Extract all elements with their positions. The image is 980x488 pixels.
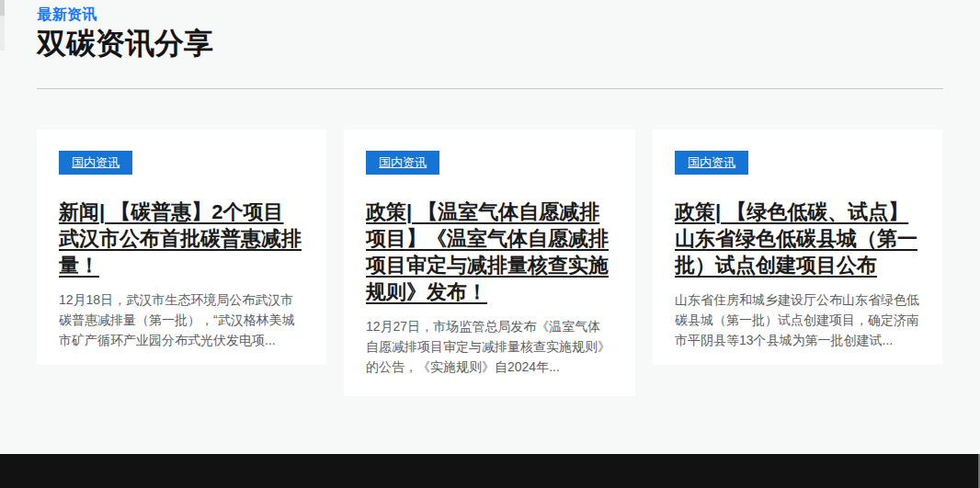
news-card[interactable]: 国内资讯 政策| 【绿色低碳、试点】 山东省绿色低碳县城（第一批）试点创建项目公… <box>653 130 942 365</box>
news-card-list: 国内资讯 新闻| 【碳普惠】2个项目 武汉市公布首批碳普惠减排量！ 12月18日… <box>37 130 943 396</box>
scrollbar-track[interactable] <box>0 0 5 51</box>
article-title-link[interactable]: 新闻| 【碳普惠】2个项目 武汉市公布首批碳普惠减排量！ <box>59 199 304 278</box>
article-excerpt: 山东省住房和城乡建设厅公布山东省绿色低碳县城（第一批）试点创建项目，确定济南市平… <box>675 289 920 350</box>
article-excerpt: 12月27日，市场监管总局发布《温室气体自愿减排项目审定与减排量核查实施规则》的… <box>366 316 613 377</box>
category-badge[interactable]: 国内资讯 <box>675 151 748 175</box>
article-title-link[interactable]: 政策| 【绿色低碳、试点】 山东省绿色低碳县城（第一批）试点创建项目公布 <box>675 199 920 278</box>
section-eyebrow: 最新资讯 <box>37 6 97 25</box>
footer-bar <box>0 454 980 488</box>
news-card[interactable]: 国内资讯 政策| 【温室气体自愿减排项目】《温室气体自愿减排项目审定与减排量核查… <box>344 130 635 396</box>
category-badge[interactable]: 国内资讯 <box>366 151 439 175</box>
page-title: 双碳资讯分享 <box>37 24 213 64</box>
article-excerpt: 12月18日，武汉市生态环境局公布武汉市碳普惠减排量（第一批），“武汉格林美城市… <box>59 289 304 350</box>
category-badge[interactable]: 国内资讯 <box>59 151 132 175</box>
header-divider <box>37 88 943 89</box>
news-card[interactable]: 国内资讯 新闻| 【碳普惠】2个项目 武汉市公布首批碳普惠减排量！ 12月18日… <box>37 130 326 365</box>
article-title-link[interactable]: 政策| 【温室气体自愿减排项目】《温室气体自愿减排项目审定与减排量核查实施规则》… <box>366 199 613 305</box>
scrollbar-thumb[interactable] <box>0 0 5 16</box>
